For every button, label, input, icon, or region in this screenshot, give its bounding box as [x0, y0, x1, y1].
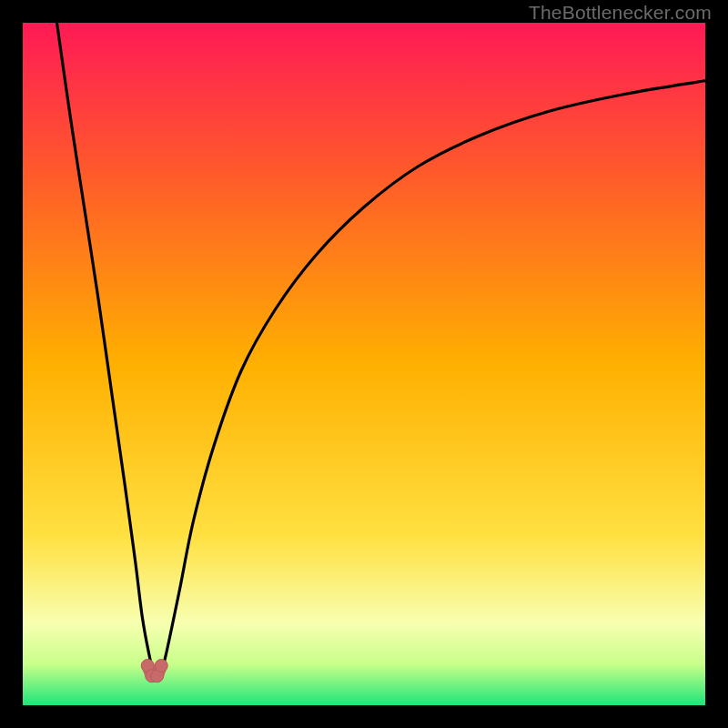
chart-frame: TheBottlenecker.com: [0, 0, 728, 728]
chart-plot-area: [23, 23, 705, 705]
watermark-text: TheBottlenecker.com: [529, 2, 712, 24]
min-marker-dot: [155, 660, 167, 672]
chart-svg: [23, 23, 705, 705]
gradient-background: [23, 23, 705, 705]
